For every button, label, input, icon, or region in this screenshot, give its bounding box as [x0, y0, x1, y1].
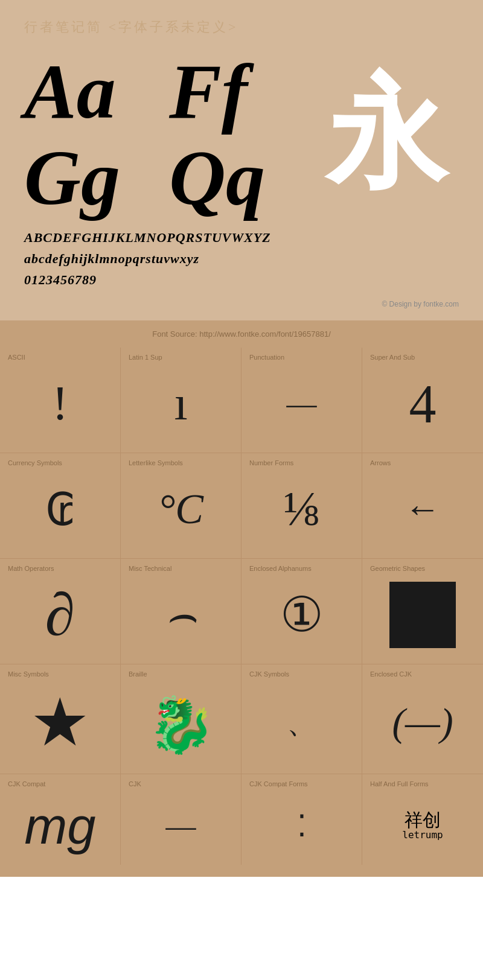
alphabet-section: ABCDEFGHIJKLMNOPQRSTUVWXYZ abcdefghijklm… — [24, 227, 459, 291]
large-chars-grid: Aa Ff 永 Gg Qq — [24, 48, 459, 221]
grid-cell-punctuation: Punctuation — — [242, 348, 362, 453]
label-enclosedcjk: Enclosed CJK — [365, 670, 412, 678]
letrump-logo: 祥创 letrump — [402, 794, 443, 859]
symbol-geoshapes — [389, 578, 456, 652]
label-braille: Braille — [124, 670, 147, 678]
symbol-superandsub: 4 — [409, 367, 437, 441]
symbol-ascii: ! — [52, 367, 68, 441]
char-chinese: 永 — [314, 48, 459, 221]
label-misctech: Misc Technical — [124, 565, 171, 572]
label-cjkcompatforms: CJK Compat Forms — [245, 780, 308, 788]
label-ascii: ASCII — [3, 354, 25, 361]
font-title: 行者笔记简 <字体子系未定义> — [24, 18, 459, 36]
label-miscsymbols: Misc Symbols — [3, 670, 49, 678]
symbol-miscsymbols: ★ — [30, 684, 90, 762]
digits: 0123456789 — [24, 269, 459, 290]
bottom-cell-cjk: CJK — — [121, 774, 242, 865]
grid-cell-numberforms: Number Forms ⅛ — [242, 453, 362, 559]
symbol-enclosedcjk: (—) — [392, 684, 453, 762]
char-Ff: Ff — [169, 48, 314, 135]
symbol-letterlike: °C — [158, 472, 203, 546]
font-source: Font Source: http://www.fontke.com/font/… — [0, 326, 483, 348]
label-currency: Currency Symbols — [3, 459, 62, 466]
symbol-latin1sup: ı — [174, 367, 187, 441]
symbol-misctech: ⌢ — [165, 578, 197, 652]
grid-cell-enclosedcjk: Enclosed CJK (—) — [362, 664, 483, 774]
label-numberforms: Number Forms — [245, 459, 293, 466]
grid-cell-mathops: Math Operators ∂ — [0, 559, 121, 664]
char-Aa: Aa — [24, 48, 169, 135]
bottom-cell-halffulls: Half And Full Forms 祥创 letrump — [362, 774, 483, 865]
label-superandsub: Super And Sub — [365, 354, 415, 361]
credit: © Design by fontke.com — [24, 300, 459, 308]
grid-cell-miscsymbols: Misc Symbols ★ — [0, 664, 121, 774]
grid-cell-enclosedalphanums: Enclosed Alphanums ① — [242, 559, 362, 664]
grid-cell-arrows: Arrows ← — [362, 453, 483, 559]
label-cjkcompat: CJK Compat — [3, 780, 45, 788]
bottom-section: Font Source: http://www.fontke.com/font/… — [0, 320, 483, 877]
char-Gg: Gg — [24, 135, 169, 221]
grid-cell-cjksymbols: CJK Symbols 、 — [242, 664, 362, 774]
black-square-icon — [389, 582, 456, 648]
grid-cell-misctech: Misc Technical ⌢ — [121, 559, 242, 664]
grid-cell-superandsub: Super And Sub 4 — [362, 348, 483, 453]
symbol-grid: ASCII ! Latin 1 Sup ı Punctuation — Supe… — [0, 348, 483, 774]
bottom-cell-cjkcompatforms: CJK Compat Forms ⁚ — [242, 774, 362, 865]
dragon-icon: 🐉 — [151, 689, 211, 756]
symbol-currency: ₢ — [46, 472, 75, 546]
label-punctuation: Punctuation — [245, 354, 284, 361]
symbol-mathops: ∂ — [45, 578, 75, 652]
symbol-cjkcompatforms: ⁚ — [297, 794, 307, 859]
grid-cell-currency: Currency Symbols ₢ — [0, 453, 121, 559]
top-section: 行者笔记简 <字体子系未定义> Aa Ff 永 Gg Qq ABCDEFGHIJ… — [0, 0, 483, 320]
grid-cell-letterlike: Letterlike Symbols °C — [121, 453, 242, 559]
symbol-punctuation: — — [287, 367, 317, 441]
bottom-cell-cjkcompat: CJK Compat mg — [0, 774, 121, 865]
symbol-enclosedalphanums: ① — [280, 578, 324, 652]
label-letterlike: Letterlike Symbols — [124, 459, 183, 466]
symbol-braille: 🐉 — [151, 684, 211, 762]
grid-cell-latin1sup: Latin 1 Sup ı — [121, 348, 242, 453]
label-halffulls: Half And Full Forms — [365, 780, 429, 788]
label-arrows: Arrows — [365, 459, 391, 466]
letrump-bottom-text: letrump — [402, 829, 443, 841]
letrump-top-text: 祥创 — [405, 811, 441, 829]
symbol-cjk: — — [166, 794, 196, 859]
grid-cell-ascii: ASCII ! — [0, 348, 121, 453]
alphabet-lower: abcdefghijklmnopqrstuvwxyz — [24, 248, 459, 269]
label-geoshapes: Geometric Shapes — [365, 565, 425, 572]
label-mathops: Math Operators — [3, 565, 54, 572]
label-enclosedalphanums: Enclosed Alphanums — [245, 565, 312, 572]
grid-cell-geoshapes: Geometric Shapes — [362, 559, 483, 664]
grid-cell-braille: Braille 🐉 — [121, 664, 242, 774]
char-Qq: Qq — [169, 135, 314, 221]
label-latin1sup: Latin 1 Sup — [124, 354, 162, 361]
symbol-numberforms: ⅛ — [284, 472, 320, 546]
svg-text:🐉: 🐉 — [151, 693, 211, 756]
symbol-cjksymbols: 、 — [287, 684, 317, 762]
alphabet-upper: ABCDEFGHIJKLMNOPQRSTUVWXYZ — [24, 227, 459, 248]
label-cjksymbols: CJK Symbols — [245, 670, 289, 678]
symbol-cjkcompat: mg — [24, 794, 95, 859]
label-cjk: CJK — [124, 780, 141, 788]
symbol-arrows: ← — [405, 472, 441, 546]
bottom-row: CJK Compat mg CJK — CJK Compat Forms ⁚ H… — [0, 774, 483, 865]
